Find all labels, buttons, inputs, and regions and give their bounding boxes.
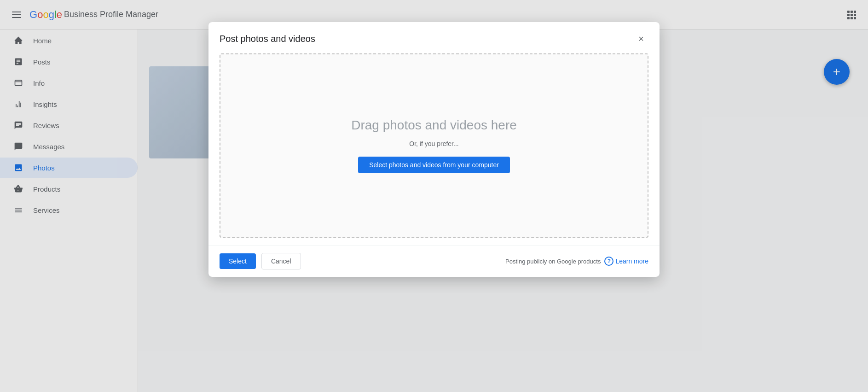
posting-info-text: Posting publicly on Google products: [505, 258, 601, 265]
help-icon: ?: [604, 257, 613, 266]
modal-title: Post photos and videos: [220, 34, 315, 44]
post-photos-modal: Post photos and videos × Drag photos and…: [208, 22, 660, 277]
modal-close-button[interactable]: ×: [634, 31, 648, 46]
modal-footer: Select Cancel Posting publicly on Google…: [208, 245, 660, 277]
learn-more-link[interactable]: ? Learn more: [604, 257, 648, 266]
drop-zone-title: Drag photos and videos here: [351, 118, 517, 133]
drop-zone-subtitle: Or, if you prefer...: [409, 140, 458, 147]
drop-zone[interactable]: Drag photos and videos here Or, if you p…: [220, 53, 648, 238]
select-files-button[interactable]: Select photos and videos from your compu…: [358, 157, 510, 173]
footer-right: Posting publicly on Google products ? Le…: [505, 257, 648, 266]
select-button[interactable]: Select: [220, 253, 256, 269]
learn-more-label: Learn more: [615, 257, 648, 265]
modal-header: Post photos and videos ×: [208, 22, 660, 53]
cancel-button[interactable]: Cancel: [261, 253, 301, 269]
